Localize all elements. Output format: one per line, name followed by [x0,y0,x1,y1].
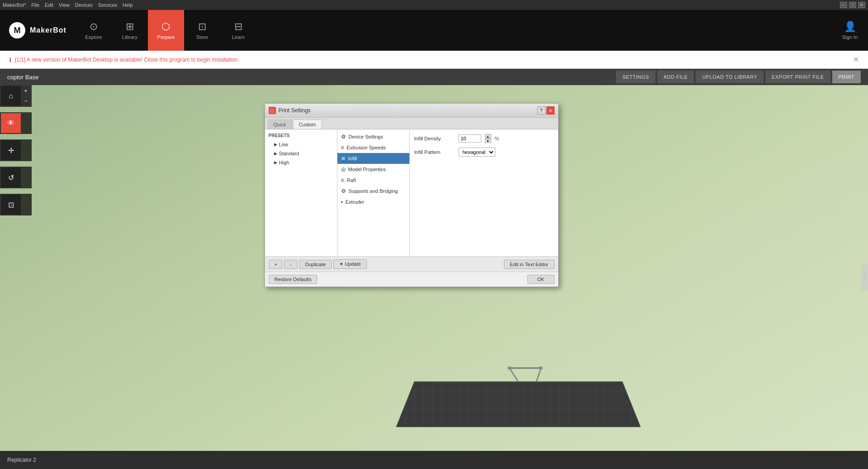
nav-library-label: Library [122,34,138,40]
tab-quick[interactable]: Quick [268,120,292,129]
add-file-button[interactable]: ADD FILE [657,71,694,83]
main-nav: M MakerBot ⊙ Explore ⊞ Library ⬡ Prepare… [0,10,868,51]
infill-density-up[interactable]: ▲ [485,134,491,139]
preset-low-label: Low [279,142,288,147]
notification-text: [1/1] A new version of MakerBot Desktop … [15,57,239,63]
resize-handle[interactable]: › [862,263,868,291]
infill-pattern-select[interactable]: hexagonal linear triangular [459,148,495,157]
category-raft[interactable]: ≡ Raft [337,175,409,186]
category-infill-label: Infill [348,156,357,161]
dialog-help-button[interactable]: ? [537,106,545,115]
dialog-body: PRESETS ▶ Low ▶ Standard ▶ High [265,129,558,256]
category-infill[interactable]: ≋ Infill [337,153,409,164]
export-print-file-button[interactable]: EXPORT PRINT FILE [765,71,830,83]
infill-density-row: Infill Density ▲ ▼ % [414,134,554,143]
menu-edit[interactable]: Edit [45,2,53,8]
menu-file[interactable]: File [31,2,39,8]
scale-button[interactable]: ⊡ [1,195,21,215]
category-extrusion-speeds[interactable]: ≡ Extrusion Speeds [337,142,409,153]
infill-density-input[interactable] [459,134,481,143]
nav-items: ⊙ Explore ⊞ Library ⬡ Prepare ⊡ Store ⊟ … [76,10,256,51]
title-bar-controls: ─ □ ✕ [840,2,865,8]
menu-view[interactable]: View [59,2,70,8]
menu-services[interactable]: Services [98,2,117,8]
logo-icon: M [9,22,25,38]
viewport: ⌂ + − 👁 ✛ ↺ ⊡ [0,85,868,469]
category-raft-label: Raft [347,177,356,183]
nav-prepare-label: Prepare [157,34,175,40]
nav-store[interactable]: ⊡ Store [184,10,220,51]
maximize-button[interactable]: □ [849,2,856,8]
svg-marker-1 [396,382,640,427]
upload-to-library-button[interactable]: UPLOAD TO LIBRARY [696,71,764,83]
device-label: Replicator 2 [7,457,36,463]
nav-logo: M MakerBot [0,22,76,38]
user-icon: 👤 [844,21,856,33]
dialog-title: Print Settings [279,107,537,114]
close-button[interactable]: ✕ [858,2,865,8]
sign-in-label: Sign In [842,34,858,40]
print-button[interactable]: PRINT [832,71,861,83]
print-bed-svg [378,336,659,436]
ok-button[interactable]: OK [527,275,555,284]
infill-pattern-row: Infill Pattern hexagonal linear triangul… [414,148,554,157]
category-extruder-label: Extruder [346,199,365,205]
title-bar: MakerBot* File Edit View Devices Service… [0,0,868,10]
rotate-button[interactable]: ↺ [1,168,21,187]
nav-explore[interactable]: ⊙ Explore [76,10,112,51]
zoom-out-button[interactable]: − [21,96,31,106]
preset-low-arrow: ▶ [274,142,277,147]
view-button[interactable]: 👁 [1,113,21,133]
dialog-controls: ? ✕ [537,106,555,115]
infill-icon: ≋ [341,155,346,162]
duplicate-button[interactable]: Duplicate [299,260,332,269]
print-bed [378,336,659,437]
nav-store-label: Store [196,34,208,40]
device-settings-icon: ⚙ [341,134,346,140]
zoom-in-button[interactable]: + [21,86,31,96]
preset-standard-label: Standard [279,151,299,156]
tab-custom[interactable]: Custom [293,120,322,129]
category-supports-bridging[interactable]: ⚙ Supports and Bridging [337,186,409,196]
library-icon: ⊞ [126,21,134,33]
extruder-icon: ▪ [341,199,343,205]
remove-preset-button[interactable]: - [284,260,298,269]
nav-explore-label: Explore [85,34,102,40]
dialog-close-button[interactable]: ✕ [546,106,555,115]
menu-help[interactable]: Help [123,2,133,8]
restore-defaults-button[interactable]: Restore Defaults [269,275,318,284]
category-device-settings[interactable]: ⚙ Device Settings [337,131,409,142]
title-bar-left: MakerBot* File Edit View Devices Service… [3,2,133,8]
home-button[interactable]: ⌂ [1,86,21,106]
dialog-tabs: Quick Custom [265,118,558,129]
dialog-titlebar: ⬡ Print Settings ? ✕ [265,104,558,118]
update-button[interactable]: ✦ Update [333,259,367,269]
nav-user[interactable]: 👤 Sign In [832,21,868,40]
move-button[interactable]: ✛ [1,140,21,160]
print-settings-dialog: ⬡ Print Settings ? ✕ Quick Custom [265,103,559,287]
category-model-properties-label: Model Properties [348,167,386,172]
menu-devices[interactable]: Devices [75,2,93,8]
edit-in-text-editor-button[interactable]: Edit in Text Editor [504,260,554,269]
notification-bar: ℹ [1/1] A new version of MakerBot Deskto… [0,51,868,69]
nav-library[interactable]: ⊞ Library [112,10,148,51]
svg-line-3 [509,368,518,382]
minimize-button[interactable]: ─ [840,2,847,8]
infill-density-unit: % [495,136,499,141]
settings-button[interactable]: SETTINGS [616,71,655,83]
category-extruder[interactable]: ▪ Extruder [337,196,409,207]
close-notification-button[interactable]: ✕ [853,55,859,64]
store-icon: ⊡ [198,21,206,33]
infill-density-down[interactable]: ▼ [485,139,491,143]
add-preset-button[interactable]: + [269,260,282,269]
nav-learn[interactable]: ⊟ Learn [220,10,256,51]
preset-standard-arrow: ▶ [274,151,277,156]
prepare-icon: ⬡ [161,21,170,33]
preset-standard[interactable]: ▶ Standard [265,149,337,158]
preset-high[interactable]: ▶ High [265,158,337,167]
presets-panel: PRESETS ▶ Low ▶ Standard ▶ High [265,129,337,256]
preset-low[interactable]: ▶ Low [265,140,337,149]
category-model-properties[interactable]: ◎ Model Properties [337,164,409,175]
nav-prepare[interactable]: ⬡ Prepare [148,10,184,51]
left-toolbar: ⌂ + − 👁 ✛ ↺ ⊡ [0,85,32,217]
